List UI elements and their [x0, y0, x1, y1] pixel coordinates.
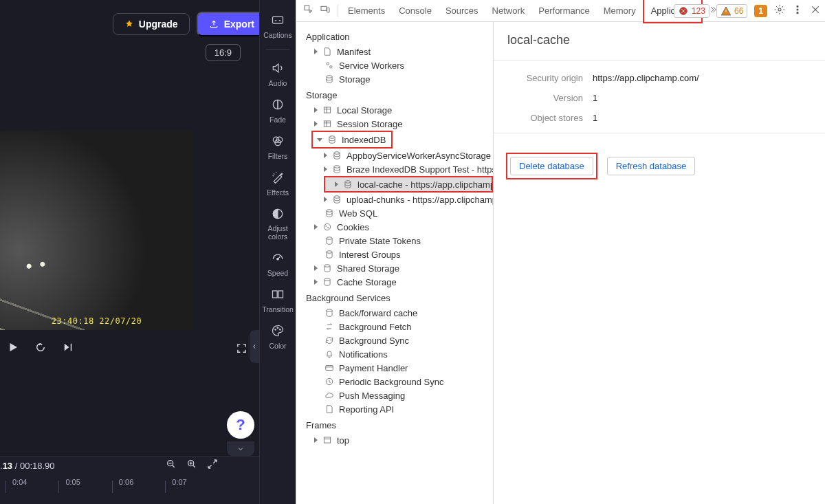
skip-forward-icon[interactable]: [62, 341, 74, 356]
delete-database-button[interactable]: Delete database: [510, 157, 593, 175]
database-icon: [324, 308, 334, 318]
item-session-storage[interactable]: Session Storage: [296, 117, 493, 131]
svg-rect-25: [324, 107, 330, 113]
tool-captions[interactable]: Captions: [263, 12, 292, 39]
item-bg-sync[interactable]: Background Sync: [296, 333, 493, 347]
item-bg-fetch[interactable]: Background Fetch: [296, 320, 493, 333]
item-periodic-bg-sync[interactable]: Periodic Background Sync: [296, 375, 493, 388]
item-cookies[interactable]: Cookies: [296, 220, 493, 234]
cloud-icon: [324, 391, 334, 400]
idb-local-cache-highlighted: local-cache - https://app.clipchamp.com/: [324, 176, 493, 193]
help-button[interactable]: ?: [227, 411, 254, 439]
item-frame-top[interactable]: top: [296, 433, 493, 447]
video-preview[interactable]: 23:40:18 22/07/20: [0, 131, 193, 330]
tool-audio[interactable]: Audio: [269, 61, 287, 87]
cookie-icon: [322, 222, 332, 232]
application-sidebar-tree[interactable]: Application Manifest Service Workers Sto…: [296, 22, 494, 504]
database-icon: [324, 208, 334, 218]
issues-count-badge[interactable]: 1: [754, 5, 767, 17]
tab-console[interactable]: Console: [392, 0, 439, 22]
item-notifications[interactable]: Notifications: [296, 347, 493, 361]
item-reporting-api[interactable]: Reporting API: [296, 402, 493, 416]
svg-rect-10: [278, 291, 283, 298]
svg-point-18: [778, 8, 781, 11]
tool-filters[interactable]: Filters: [268, 133, 288, 160]
tab-memory[interactable]: Memory: [597, 0, 643, 22]
adjust-colors-icon: [270, 206, 285, 221]
detail-title: local-cache: [507, 33, 813, 47]
upgrade-button[interactable]: Upgrade: [113, 13, 190, 35]
zoom-in-icon[interactable]: [186, 459, 197, 472]
warning-count-badge[interactable]: 66: [716, 4, 747, 18]
value-object-stores: 1: [593, 113, 597, 123]
item-cache-storage[interactable]: Cache Storage: [296, 275, 493, 289]
inspect-icon[interactable]: [303, 4, 314, 17]
tool-speed[interactable]: Speed: [267, 250, 288, 277]
item-push-messaging[interactable]: Push Messaging: [296, 388, 493, 402]
indexeddb-detail-pane: local-cache Security originhttps://app.c…: [494, 22, 825, 504]
svg-point-20: [797, 9, 798, 10]
item-interest-groups[interactable]: Interest Groups: [296, 248, 493, 261]
item-service-workers[interactable]: Service Workers: [296, 58, 493, 72]
svg-point-30: [345, 181, 351, 184]
gears-icon: [324, 61, 334, 70]
device-toggle-icon[interactable]: [320, 4, 331, 17]
aspect-ratio-badge[interactable]: 16:9: [206, 44, 241, 61]
database-icon: [324, 250, 334, 259]
delete-database-highlighted: Delete database: [506, 153, 597, 179]
item-private-state-tokens[interactable]: Private State Tokens: [296, 234, 493, 248]
fullscreen-icon[interactable]: [236, 342, 248, 357]
tool-fade[interactable]: Fade: [270, 97, 286, 124]
collapse-sidebar-tab[interactable]: [250, 330, 259, 363]
zoom-fit-icon[interactable]: [207, 459, 218, 472]
zoom-out-icon[interactable]: [166, 459, 177, 472]
item-indexeddb-highlighted: IndexedDB: [311, 131, 393, 149]
right-tool-sidebar: Captions Audio Fade Filters Effects Adju…: [259, 0, 296, 504]
svg-point-28: [334, 152, 340, 155]
svg-point-38: [324, 265, 330, 267]
tab-network[interactable]: Network: [485, 0, 532, 22]
error-count-badge[interactable]: 123: [674, 4, 710, 18]
tab-sources[interactable]: Sources: [439, 0, 485, 22]
svg-point-22: [327, 63, 329, 65]
database-icon: [332, 195, 342, 204]
idb-local-cache[interactable]: local-cache - https://app.clipchamp.com/: [325, 177, 492, 191]
item-payment-handler[interactable]: Payment Handler: [296, 361, 493, 375]
item-storage[interactable]: Storage: [296, 72, 493, 86]
tool-adjust-colors[interactable]: Adjust colors: [260, 206, 296, 241]
item-local-storage[interactable]: Local Storage: [296, 103, 493, 117]
tab-performance[interactable]: Performance: [531, 0, 596, 22]
close-devtools-icon[interactable]: [810, 4, 821, 17]
refresh-database-button[interactable]: Refresh database: [607, 157, 696, 175]
sync-icon: [324, 336, 334, 345]
svg-point-33: [324, 223, 330, 230]
idb-upload-chunks[interactable]: upload-chunks - https://app.clipchamp.co…: [296, 193, 493, 206]
database-icon: [322, 263, 332, 273]
tool-effects[interactable]: Effects: [267, 170, 289, 197]
svg-rect-16: [327, 8, 329, 12]
tool-transition[interactable]: Transition: [262, 287, 294, 314]
item-bf-cache[interactable]: Back/forward cache: [296, 306, 493, 320]
database-icon: [327, 135, 337, 144]
skip-back-icon[interactable]: [34, 341, 47, 356]
tab-elements[interactable]: Elements: [341, 0, 392, 22]
devtools-panel: Elements Console Sources Network Perform…: [296, 0, 825, 504]
item-shared-storage[interactable]: Shared Storage: [296, 261, 493, 275]
svg-point-37: [327, 251, 332, 254]
more-icon[interactable]: [792, 4, 803, 17]
item-manifest[interactable]: Manifest: [296, 45, 493, 58]
item-indexeddb[interactable]: IndexedDB: [314, 133, 390, 146]
effects-icon: [270, 170, 285, 185]
svg-rect-41: [326, 366, 333, 371]
idb-braze[interactable]: Braze IndexedDB Support Test - https://a…: [296, 162, 493, 176]
bell-icon: [324, 349, 334, 359]
settings-icon[interactable]: [774, 4, 785, 17]
database-icon: [322, 277, 332, 287]
svg-point-32: [327, 210, 332, 212]
idb-appboy[interactable]: AppboyServiceWorkerAsyncStorage - https:…: [296, 149, 493, 162]
expand-timeline-button[interactable]: [227, 441, 254, 457]
speed-icon: [270, 250, 285, 265]
item-web-sql[interactable]: Web SQL: [296, 206, 493, 220]
play-icon[interactable]: [7, 341, 19, 356]
tool-color[interactable]: Color: [269, 323, 286, 350]
